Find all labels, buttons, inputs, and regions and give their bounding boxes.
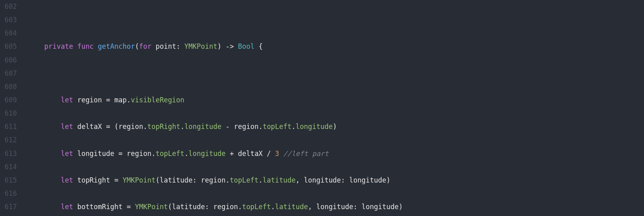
keyword-func: func bbox=[77, 42, 94, 50]
paren-close: ) bbox=[217, 42, 221, 50]
property: latitude bbox=[275, 203, 308, 211]
line-number: 616 bbox=[0, 187, 17, 200]
brace-open: { bbox=[254, 42, 262, 50]
equals: = bbox=[106, 96, 110, 104]
var-name: deltaX bbox=[73, 123, 106, 131]
property: visibleRegion bbox=[131, 96, 184, 104]
keyword-let: let bbox=[61, 123, 73, 131]
code-line: let deltaX = (region.topRight.longitude … bbox=[44, 120, 644, 133]
keyword-let: let bbox=[61, 203, 73, 211]
type-name: YMKPoint bbox=[123, 176, 156, 184]
keyword-let: let bbox=[61, 96, 73, 104]
plus: + bbox=[225, 150, 238, 158]
var-name: topRight bbox=[73, 176, 114, 184]
property: topLeft bbox=[242, 203, 271, 211]
divide: / bbox=[263, 150, 275, 158]
param-name: point bbox=[151, 42, 176, 50]
line-number: 614 bbox=[0, 160, 17, 174]
type-bool: Bool bbox=[238, 42, 254, 50]
line-number: 609 bbox=[0, 93, 17, 107]
line-number: 607 bbox=[0, 67, 17, 80]
arg-label: latitude: bbox=[172, 203, 213, 211]
type-name: YMKPoint bbox=[184, 42, 217, 50]
identifier: region bbox=[118, 123, 143, 131]
keyword-let: let bbox=[61, 176, 73, 184]
property: topLeft bbox=[230, 176, 259, 184]
code-line bbox=[44, 67, 644, 80]
property: latitude bbox=[263, 176, 296, 184]
code-line bbox=[44, 13, 644, 27]
identifier: map bbox=[110, 96, 127, 104]
code-line: let region = map.visibleRegion bbox=[44, 93, 644, 107]
code-editor[interactable]: 602 603 604 605 606 607 608 609 610 611 … bbox=[0, 0, 644, 216]
line-number: 610 bbox=[0, 107, 17, 120]
property: topLeft bbox=[155, 150, 184, 158]
arg-label: longitude: bbox=[316, 203, 362, 211]
keyword-for: for bbox=[139, 42, 151, 50]
code-line: let bottomRight = YMKPoint(latitude: reg… bbox=[44, 200, 644, 214]
keyword-private: private bbox=[44, 42, 73, 50]
property: topRight bbox=[147, 123, 180, 131]
identifier: region bbox=[234, 123, 258, 131]
line-number-gutter: 602 603 604 605 606 607 608 609 610 611 … bbox=[0, 0, 24, 216]
property: longitude bbox=[188, 150, 225, 158]
arg-label: latitude: bbox=[160, 176, 201, 184]
var-name: longitude bbox=[73, 150, 119, 158]
code-area[interactable]: private func getAnchor(for point: YMKPoi… bbox=[24, 0, 644, 216]
line-number: 606 bbox=[0, 54, 17, 67]
line-number: 617 bbox=[0, 200, 17, 214]
identifier: longitude bbox=[361, 203, 398, 211]
property: longitude bbox=[296, 123, 333, 131]
dot: . bbox=[127, 96, 131, 104]
comment: //left part bbox=[283, 150, 329, 158]
property: longitude bbox=[184, 123, 221, 131]
arg-label: longitude: bbox=[304, 176, 349, 184]
line-number: 603 bbox=[0, 13, 17, 27]
identifier: region bbox=[213, 203, 238, 211]
equals: = bbox=[114, 176, 122, 184]
keyword-let: let bbox=[61, 150, 73, 158]
line-number: 612 bbox=[0, 133, 17, 147]
minus: - bbox=[221, 123, 234, 131]
code-line: private func getAnchor(for point: YMKPoi… bbox=[44, 40, 644, 53]
line-number: 608 bbox=[0, 80, 17, 93]
equals: = bbox=[118, 150, 122, 158]
equals: = bbox=[127, 203, 135, 211]
type-name: YMKPoint bbox=[135, 203, 168, 211]
var-name: bottomRight bbox=[73, 203, 127, 211]
property: topLeft bbox=[263, 123, 292, 131]
paren-open: ( bbox=[135, 42, 139, 50]
colon: : bbox=[176, 42, 184, 50]
line-number: 604 bbox=[0, 27, 17, 40]
var-name: region bbox=[73, 96, 106, 104]
identifier: region bbox=[127, 150, 151, 158]
identifier: longitude bbox=[349, 176, 386, 184]
line-number: 602 bbox=[0, 0, 17, 13]
identifier: region bbox=[201, 176, 225, 184]
paren-open: ( bbox=[114, 123, 118, 131]
line-number: 611 bbox=[0, 120, 17, 133]
number-literal: 3 bbox=[275, 150, 279, 158]
function-name: getAnchor bbox=[98, 42, 135, 50]
line-number: 605 bbox=[0, 40, 17, 53]
paren-close: ) bbox=[333, 123, 337, 131]
identifier: deltaX bbox=[238, 150, 262, 158]
line-number: 615 bbox=[0, 174, 17, 187]
line-number: 613 bbox=[0, 147, 17, 160]
code-line: let longitude = region.topLeft.longitude… bbox=[44, 147, 644, 160]
arrow: -> bbox=[221, 42, 238, 50]
equals: = bbox=[106, 123, 110, 131]
code-line: let topRight = YMKPoint(latitude: region… bbox=[44, 174, 644, 187]
